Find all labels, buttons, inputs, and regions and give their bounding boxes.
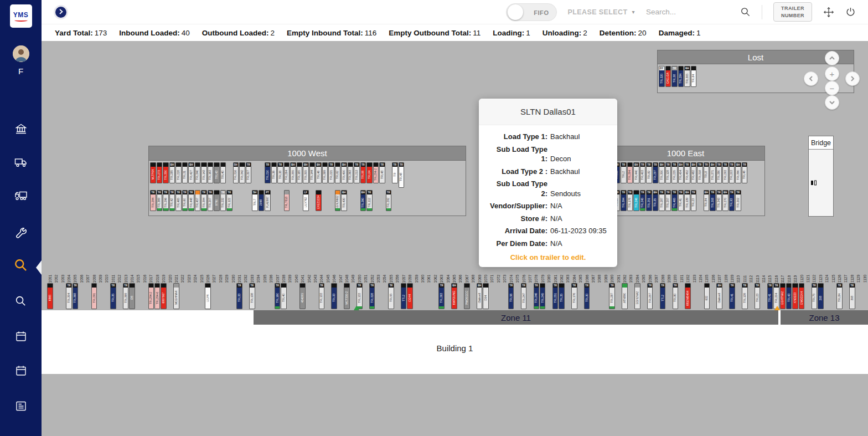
trailer[interactable]: TRL340 xyxy=(195,162,201,183)
trailer[interactable]: TRTRL30 xyxy=(584,283,590,309)
trailer[interactable]: TRTRL293 xyxy=(722,162,728,183)
pan-right-button[interactable] xyxy=(845,71,860,86)
trailer[interactable]: BHTRL139 xyxy=(684,190,690,211)
trailer[interactable]: TRTRL232 xyxy=(220,190,226,211)
trailer[interactable]: TRTRL160 xyxy=(275,283,281,309)
trailer[interactable]: TRTRL369 xyxy=(157,190,163,211)
trailer[interactable]: BHTRL390 xyxy=(735,162,741,183)
trailer[interactable]: TRTRL207 xyxy=(208,190,214,211)
trailer[interactable]: TRL294-2 xyxy=(373,162,379,183)
pan-left-button[interactable] xyxy=(804,71,818,86)
trailer[interactable]: TRL294-6 xyxy=(154,283,161,309)
trailer[interactable]: TRTRL403 xyxy=(640,162,646,183)
trailer[interactable]: TRTRL122 xyxy=(226,190,232,211)
move-icon[interactable] xyxy=(823,7,834,18)
trailer[interactable]: TRTRL48 xyxy=(379,162,385,183)
trailer[interactable]: TRL31 xyxy=(182,162,188,183)
trailer[interactable]: ATN890 xyxy=(622,283,628,309)
trailer[interactable]: 45409S xyxy=(299,283,306,309)
trailer[interactable]: TRL273 xyxy=(157,162,163,183)
trailer[interactable]: TRTRL112 xyxy=(366,190,373,211)
trailer[interactable]: TRTRL235 xyxy=(671,162,678,183)
trailer[interactable]: TRTRL251 xyxy=(552,283,559,309)
trailer[interactable]: TRTRL257 xyxy=(647,283,653,309)
trailer[interactable]: TRL284 xyxy=(678,66,684,87)
trailer[interactable]: TRL7818 xyxy=(284,190,290,211)
trailer[interactable]: BHTRL285 xyxy=(169,162,175,183)
trailer[interactable]: TRTRL263 xyxy=(438,283,445,309)
trailer[interactable]: TRTRL292 xyxy=(386,190,392,211)
trailer[interactable]: MCT330-2 xyxy=(344,283,350,309)
trailer[interactable]: DYTRL320 xyxy=(659,66,665,87)
sidebar-item-maintenance[interactable] xyxy=(0,227,42,242)
trailer[interactable]: TRTRL208 xyxy=(710,190,716,211)
trailer[interactable]: TRTRL204 xyxy=(773,283,779,309)
trailer[interactable]: TRL35 xyxy=(559,283,565,309)
sidebar-item-search[interactable] xyxy=(0,295,42,310)
trailer[interactable]: KNO223 xyxy=(792,283,798,309)
sidebar-item-appointments[interactable] xyxy=(0,365,42,379)
trailer[interactable]: TRL143 xyxy=(201,162,207,183)
trailer[interactable]: CAELGA xyxy=(665,66,671,87)
trailer[interactable]: TRTRL318 xyxy=(697,162,703,183)
trailer[interactable]: TRTRL60 xyxy=(182,190,188,211)
trailer[interactable]: TTL2 xyxy=(401,283,407,309)
trailer[interactable]: TRTRL41 xyxy=(678,190,684,211)
trailer[interactable]: TRTRL48 xyxy=(399,162,405,188)
yms-logo[interactable]: YMS xyxy=(0,4,42,28)
trailer[interactable]: TRTRL82 xyxy=(646,162,652,183)
trailer[interactable]: TRTRL287 xyxy=(659,190,665,211)
power-icon[interactable] xyxy=(845,7,856,17)
trailer[interactable]: BHTRL35 xyxy=(653,190,659,211)
trailer[interactable]: CGH4 xyxy=(407,283,413,309)
trailer[interactable]: TRTRL251 xyxy=(646,190,652,211)
trailer[interactable]: BHTRL440 xyxy=(633,162,639,183)
trailer[interactable]: BHTRL46 xyxy=(316,162,322,183)
trailer[interactable]: PMOSECC xyxy=(464,283,470,309)
trailer[interactable]: TRTRL247 xyxy=(521,283,527,309)
trailer[interactable]: TRTRL128 xyxy=(665,162,671,183)
trailer[interactable]: EXEZ1224 xyxy=(316,190,322,211)
trailer[interactable]: 208 xyxy=(818,283,824,309)
fifo-toggle[interactable]: FIFO xyxy=(506,3,557,21)
trailer[interactable]: BHTRL260 xyxy=(360,190,366,211)
trailer[interactable]: TRTRL245 xyxy=(640,190,646,211)
trailer[interactable]: TRTRL58 xyxy=(671,66,678,87)
trailer[interactable]: BHOakwell xyxy=(716,283,722,309)
trailer[interactable]: TRTRL38 xyxy=(277,162,283,183)
trailer[interactable]: TRL294-2 xyxy=(148,283,154,309)
sidebar-item-yard-trucks[interactable] xyxy=(0,189,42,204)
trailer[interactable]: TRTRL84 xyxy=(836,283,843,309)
trailer[interactable]: TRTRL42 xyxy=(169,190,175,211)
trailer[interactable]: TRL369 xyxy=(322,162,328,183)
trailer[interactable]: TRTRL138 xyxy=(249,283,255,309)
trailer[interactable]: TRTRL257 xyxy=(665,190,671,211)
trailer[interactable]: TRTTL2 xyxy=(660,283,666,309)
trailer[interactable]: TRL291 xyxy=(91,283,97,309)
trailer[interactable]: TRL144 xyxy=(309,162,316,183)
trailer[interactable]: TRTRL06 xyxy=(360,162,366,183)
trailer[interactable]: MCGHNA4 xyxy=(173,283,179,309)
zone-bar-11[interactable]: Zone 11 xyxy=(254,310,778,325)
trailer[interactable]: BHTRL270 xyxy=(722,190,728,211)
trailer[interactable]: TRL64 xyxy=(691,66,697,87)
sidebar-item-yard-search-active[interactable] xyxy=(0,258,42,275)
trailer[interactable]: TRTRL465 xyxy=(671,190,678,211)
trailer[interactable]: BHTRL400 xyxy=(341,162,347,183)
zoom-in-button[interactable]: + xyxy=(825,66,839,81)
trailer[interactable]: TRTRL176 xyxy=(571,283,577,309)
trailer[interactable]: TRTRL448 xyxy=(188,190,194,211)
trailer[interactable]: TRTRL93 xyxy=(729,190,735,211)
search-submit-icon[interactable] xyxy=(740,7,751,17)
trailer[interactable]: 2098 xyxy=(259,190,265,211)
trailer[interactable]: TRL228 xyxy=(175,162,182,183)
trailer[interactable]: BHTRL355 xyxy=(290,162,296,183)
trailer[interactable]: TRTRL46 xyxy=(742,162,748,183)
trailer[interactable]: SHTRL316 xyxy=(233,162,239,183)
trailer[interactable]: TRTRL246 xyxy=(534,283,540,309)
zone-bar-13[interactable]: Zone 13 xyxy=(781,310,868,325)
trailer[interactable]: TRL36 xyxy=(271,162,277,183)
trailer[interactable]: TRL342 xyxy=(239,162,245,183)
trailer[interactable]: TRL33 xyxy=(331,283,337,309)
trailer[interactable]: TRTRL221 xyxy=(328,162,334,183)
